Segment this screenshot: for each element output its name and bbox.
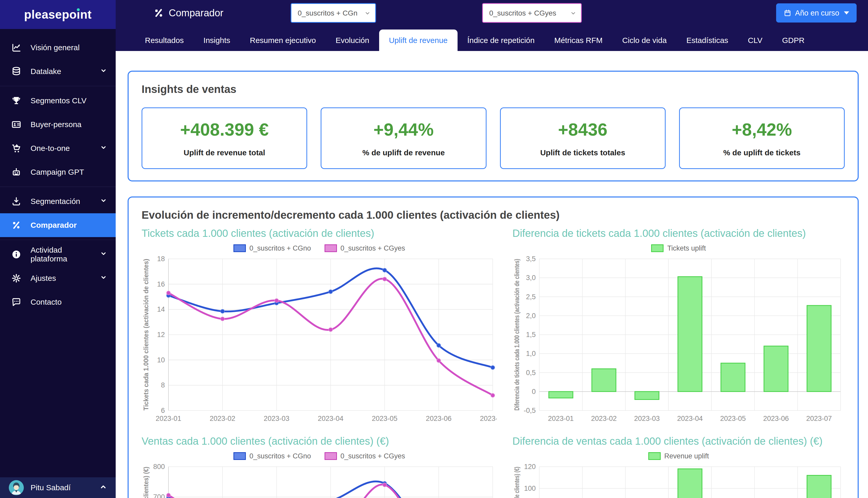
svg-text:0: 0	[532, 388, 536, 395]
evolution-title: Evolución de incremento/decremento cada …	[142, 209, 845, 221]
legend-item[interactable]: Tickets uplift	[651, 244, 706, 252]
legend-item[interactable]: 0_suscritos + CGno	[233, 452, 311, 460]
logo-i-dot: ı	[77, 8, 80, 21]
tab-resultados[interactable]: Resultados	[135, 29, 193, 51]
legend-swatch	[651, 244, 664, 252]
svg-text:2023-06: 2023-06	[426, 415, 452, 422]
chart-line-icon	[11, 43, 23, 53]
insights-card: Insights de ventas +408.399 €Uplift de r…	[128, 71, 859, 181]
svg-text:8: 8	[161, 381, 165, 389]
svg-text:1,5: 1,5	[526, 331, 536, 339]
chart-title-ventas-line: Ventas cada 1.000 clientes (activación d…	[142, 435, 497, 447]
legend-label: 0_suscritos + CGno	[250, 244, 311, 252]
chart-tickets-diff: 3,53,02,52,01,51,00,50-0,52023-012023-02…	[512, 255, 845, 426]
kpi-box-1: +9,44%% de uplift de revenue	[321, 107, 486, 169]
kpi-box-3: +8,42%% de uplift de tickets	[679, 107, 845, 169]
gear-icon	[11, 273, 23, 283]
kpi-value: +9,44%	[373, 119, 434, 140]
legend-item[interactable]: Revenue uplift	[648, 452, 709, 460]
legend-item[interactable]: 0_suscritos + CGyes	[324, 244, 405, 252]
kpi-value: +408.399 €	[180, 119, 269, 140]
tab-ciclo-de-vida[interactable]: Ciclo de vida	[612, 29, 677, 51]
tab-uplift-de-revenue[interactable]: Uplift de revenue	[379, 29, 457, 51]
legend-swatch	[324, 244, 337, 252]
svg-text:2023-04: 2023-04	[677, 415, 703, 422]
chart-tickets-line: 1816141210862023-012023-022023-032023-04…	[142, 255, 497, 426]
avatar	[9, 480, 24, 495]
sidebar-item-label: Comparador	[30, 221, 107, 230]
trophy-icon	[11, 96, 23, 106]
sidebar-item-segmentacion[interactable]: Segmentación	[0, 189, 116, 213]
tab-insights[interactable]: Insights	[193, 29, 240, 51]
segment-b-select-wrap: 0_suscritos + CGyes	[482, 3, 582, 23]
svg-text:2023-03: 2023-03	[634, 415, 660, 422]
sidebar-item-segmentos-clv[interactable]: Segmentos CLV	[0, 89, 116, 113]
svg-text:100: 100	[524, 485, 536, 492]
segment-selects: 0_suscritos + CGno 0_suscritos + CGyes	[291, 3, 582, 23]
user-name: Pitu Sabadí	[30, 483, 99, 492]
sidebar-item-label: Actividad plataforma	[30, 246, 100, 263]
sidebar-item-buyer-persona[interactable]: Buyer-persona	[0, 113, 116, 136]
sidebar-item-one-to-one[interactable]: One-to-one	[0, 136, 116, 160]
svg-text:16: 16	[157, 280, 165, 288]
sidebar-item-label: Segmentación	[30, 197, 100, 206]
id-card-icon	[11, 120, 23, 129]
sidebar-item-campaign-gpt[interactable]: Campaign GPT	[0, 160, 116, 184]
legend-item[interactable]: 0_suscritos + CGno	[233, 244, 311, 252]
main-area: Comparador 0_suscritos + CGno 0_suscrito…	[116, 0, 868, 498]
tab-evoluci-n[interactable]: Evolución	[326, 29, 379, 51]
svg-text:3,0: 3,0	[526, 274, 536, 281]
logo[interactable]: pleasepoınt	[0, 0, 116, 29]
info-circle-icon	[11, 250, 23, 259]
tab-clv[interactable]: CLV	[738, 29, 772, 51]
svg-text:Diferencia de ventas cada 1.00: Diferencia de ventas cada 1.000 clientes…	[513, 467, 520, 498]
period-button[interactable]: Año en curso	[776, 3, 857, 23]
sidebar-item-vision-general[interactable]: Visión general	[0, 36, 116, 60]
sidebar-item-contacto[interactable]: Contacto	[0, 290, 116, 314]
svg-text:10: 10	[157, 356, 165, 364]
chart-title-tickets-diff: Diferencia de tickets cada 1.000 cliente…	[512, 227, 845, 239]
legend-swatch	[648, 452, 661, 460]
tab-m-tricas-rfm[interactable]: Métricas RFM	[545, 29, 613, 51]
legend-label: 0_suscritos + CGyes	[340, 452, 405, 460]
svg-text:12: 12	[157, 331, 165, 339]
sidebar-item-label: Visión general	[30, 43, 107, 52]
sidebar-item-actividad-plataforma[interactable]: Actividad plataforma	[0, 243, 116, 266]
sidebar-item-datalake[interactable]: Datalake	[0, 60, 116, 83]
tab-estad-sticas[interactable]: Estadísticas	[677, 29, 738, 51]
kpi-box-2: +8436Uplift de tickets totales	[500, 107, 666, 169]
svg-text:2023-04: 2023-04	[318, 415, 344, 422]
tab--ndice-de-repetici-n[interactable]: Índice de repetición	[457, 29, 545, 51]
segment-a-select[interactable]: 0_suscritos + CGno	[291, 3, 376, 23]
top-bar: Comparador 0_suscritos + CGno 0_suscrito…	[116, 0, 868, 26]
sidebar-item-comparador[interactable]: Comparador	[0, 213, 116, 237]
comment-dots-icon	[11, 297, 23, 307]
kpi-row: +408.399 €Uplift de revenue total+9,44%%…	[142, 107, 845, 169]
legend-item[interactable]: 0_suscritos + CGyes	[324, 452, 405, 460]
user-menu[interactable]: Pitu Sabadí	[0, 477, 116, 498]
kpi-label: % de uplift de tickets	[723, 148, 800, 157]
sidebar-item-ajustes[interactable]: Ajustes	[0, 266, 116, 290]
sidebar-item-label: Segmentos CLV	[30, 96, 107, 105]
tab-resumen-ejecutivo[interactable]: Resumen ejecutivo	[240, 29, 325, 51]
content: Insights de ventas +408.399 €Uplift de r…	[116, 51, 868, 498]
svg-text:0,5: 0,5	[526, 369, 536, 377]
svg-text:2,5: 2,5	[526, 293, 536, 301]
page-title-wrap: Comparador	[153, 8, 223, 18]
segment-b-select[interactable]: 0_suscritos + CGyes	[482, 3, 582, 23]
svg-text:3,5: 3,5	[526, 255, 536, 263]
page-title: Comparador	[169, 8, 223, 18]
sidebar: pleasepoınt Visión generalDatalakeSegmen…	[0, 0, 116, 498]
svg-text:Ventas cada 1.000 clientes (ac: Ventas cada 1.000 clientes (activación d…	[142, 467, 150, 498]
chart-block-tickets-line: Tickets cada 1.000 clientes (activación …	[142, 227, 497, 426]
kpi-label: % de uplift de revenue	[362, 148, 445, 157]
legend-label: Tickets uplift	[667, 244, 706, 252]
insights-title: Insights de ventas	[142, 83, 845, 95]
sidebar-item-label: Campaign GPT	[30, 168, 107, 176]
chart-title-ventas-diff: Diferencia de ventas cada 1.000 clientes…	[512, 435, 845, 447]
kpi-label: Uplift de revenue total	[184, 148, 265, 157]
svg-text:18: 18	[157, 255, 165, 263]
svg-text:2023-01: 2023-01	[156, 415, 181, 422]
tab-gdpr[interactable]: GDPR	[772, 29, 814, 51]
svg-text:14: 14	[157, 305, 165, 313]
